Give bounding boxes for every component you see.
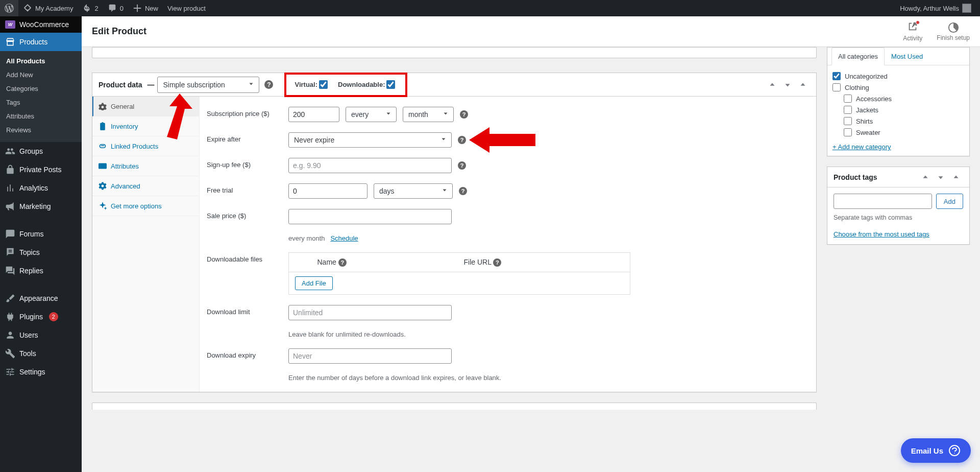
sidebar-item-groups[interactable]: Groups xyxy=(0,142,82,160)
sidebar-item-topics[interactable]: Topics xyxy=(0,243,82,262)
sidebar-item-tools[interactable]: Tools xyxy=(0,344,82,363)
help-icon[interactable]: ? xyxy=(493,258,501,267)
subscription-price-input[interactable] xyxy=(288,107,339,122)
panel-toggle-button[interactable] xyxy=(949,170,963,184)
page-header: Edit Product Activity Finish setup xyxy=(82,16,980,47)
category-checkbox[interactable] xyxy=(844,128,852,136)
product-type-toggles: Virtual: Downloadable: xyxy=(284,73,407,97)
sidebar-item-settings[interactable]: Settings xyxy=(0,363,82,381)
link-icon xyxy=(99,142,107,150)
tag-input[interactable] xyxy=(834,194,932,209)
expire-after-select[interactable]: Never expire xyxy=(288,132,452,148)
category-row[interactable]: Jackets xyxy=(832,104,964,115)
sparkle-icon xyxy=(99,202,107,210)
choose-tags-link[interactable]: Choose from the most used tags xyxy=(834,230,929,238)
finish-setup-button[interactable]: Finish setup xyxy=(937,22,970,41)
tab-most-used[interactable]: Most Used xyxy=(885,48,929,65)
virtual-checkbox[interactable] xyxy=(319,80,328,89)
order-down-button[interactable] xyxy=(780,78,795,92)
tab-advanced[interactable]: Advanced xyxy=(92,176,199,196)
sidebar-products-submenu: All Products Add New Categories Tags Att… xyxy=(0,51,82,142)
add-file-button[interactable]: Add File xyxy=(295,276,333,290)
help-icon[interactable]: ? xyxy=(458,136,466,144)
category-row[interactable]: Uncategorized xyxy=(832,70,964,82)
sidebar-sub-all-products[interactable]: All Products xyxy=(0,54,82,68)
sidebar-sub-reviews[interactable]: Reviews xyxy=(0,123,82,137)
sidebar-item-marketing[interactable]: Marketing xyxy=(0,197,82,216)
add-tag-button[interactable]: Add xyxy=(936,194,963,209)
sidebar-sub-add-new[interactable]: Add New xyxy=(0,68,82,82)
sidebar-item-analytics[interactable]: Analytics xyxy=(0,179,82,197)
updates-link[interactable]: 2 xyxy=(78,0,103,16)
subscription-period-select[interactable]: month xyxy=(403,107,454,122)
product-data-tabs: General Inventory Linked Products A xyxy=(92,97,200,392)
schedule-link[interactable]: Schedule xyxy=(330,234,358,242)
help-icon[interactable]: ? xyxy=(459,187,467,195)
sidebar-item-replies[interactable]: Replies xyxy=(0,262,82,280)
sidebar-item-users[interactable]: Users xyxy=(0,326,82,344)
panel-toggle-button[interactable] xyxy=(796,78,810,92)
help-icon[interactable]: ? xyxy=(338,258,347,267)
order-up-button[interactable] xyxy=(918,170,933,184)
category-row[interactable]: Sweater xyxy=(832,127,964,138)
category-checkbox[interactable] xyxy=(844,95,852,103)
sidebar-item-forums[interactable]: Forums xyxy=(0,225,82,243)
category-checkbox[interactable] xyxy=(844,106,852,114)
sidebar-sub-tags[interactable]: Tags xyxy=(0,96,82,109)
site-link[interactable]: My Academy xyxy=(18,0,78,16)
add-category-link[interactable]: + Add new category xyxy=(827,138,896,156)
order-down-button[interactable] xyxy=(934,170,948,184)
sidebar-item-appearance[interactable]: Appearance xyxy=(0,289,82,308)
my-account[interactable]: Howdy, Arthur Wells xyxy=(895,0,976,16)
tab-all-categories[interactable]: All categories xyxy=(831,48,885,65)
category-row[interactable]: Accessories xyxy=(832,93,964,104)
view-product-link[interactable]: View product xyxy=(163,0,210,16)
wrench-icon xyxy=(99,102,107,110)
product-tags-heading: Product tags xyxy=(834,173,877,181)
product-type-select[interactable]: Simple subscription xyxy=(157,77,259,93)
download-expiry-input[interactable] xyxy=(288,348,452,364)
plugin-icon xyxy=(5,312,15,322)
category-checkbox[interactable] xyxy=(832,83,841,91)
wrench-icon xyxy=(5,348,15,359)
comments-count: 0 xyxy=(120,5,124,12)
expire-after-label: Expire after xyxy=(207,132,283,143)
tab-get-more[interactable]: Get more options xyxy=(92,196,199,216)
subscription-interval-select[interactable]: every xyxy=(346,107,397,122)
chevron-down-icon xyxy=(248,80,255,89)
sidebar-item-products[interactable]: Products xyxy=(0,33,82,51)
category-row[interactable]: Clothing xyxy=(832,82,964,93)
product-tags-box: Product tags Add Separate tags with comm… xyxy=(827,167,970,245)
sidebar-sub-categories[interactable]: Categories xyxy=(0,82,82,96)
svg-point-4 xyxy=(954,453,955,454)
tab-attributes[interactable]: Attributes xyxy=(92,156,199,176)
free-trial-input[interactable] xyxy=(288,183,368,199)
category-checkbox[interactable] xyxy=(832,72,841,80)
help-icon[interactable]: ? xyxy=(458,161,466,170)
topics-icon xyxy=(5,247,15,257)
sidebar-sub-attributes[interactable]: Attributes xyxy=(0,109,82,123)
callout-arrow-icon xyxy=(469,127,535,153)
activity-button[interactable]: Activity xyxy=(903,21,922,42)
email-us-widget[interactable]: Email Us xyxy=(901,438,971,463)
category-checkbox[interactable] xyxy=(844,117,852,125)
users-icon xyxy=(5,330,15,340)
sidebar-item-private-posts[interactable]: Private Posts xyxy=(0,160,82,179)
comments-link[interactable]: 0 xyxy=(103,0,128,16)
sale-price-label: Sale price ($) xyxy=(207,209,283,220)
sale-price-input[interactable] xyxy=(288,209,452,224)
signup-fee-input[interactable] xyxy=(288,158,452,173)
order-up-button[interactable] xyxy=(765,78,779,92)
free-trial-unit-select[interactable]: days xyxy=(374,183,453,199)
wp-logo[interactable] xyxy=(0,0,18,16)
category-row[interactable]: Shirts xyxy=(832,115,964,127)
brush-icon xyxy=(5,293,15,303)
sidebar-item-plugins[interactable]: Plugins 2 xyxy=(0,308,82,326)
new-link[interactable]: New xyxy=(128,0,163,16)
categories-list: Uncategorized Clothing Accessories Jacke… xyxy=(827,65,969,138)
downloadable-checkbox[interactable] xyxy=(386,80,395,89)
sidebar-item-woocommerce[interactable]: W WooCommerce xyxy=(0,16,82,33)
help-icon[interactable]: ? xyxy=(264,80,273,89)
help-icon[interactable]: ? xyxy=(460,110,468,119)
download-limit-input[interactable] xyxy=(288,305,452,320)
